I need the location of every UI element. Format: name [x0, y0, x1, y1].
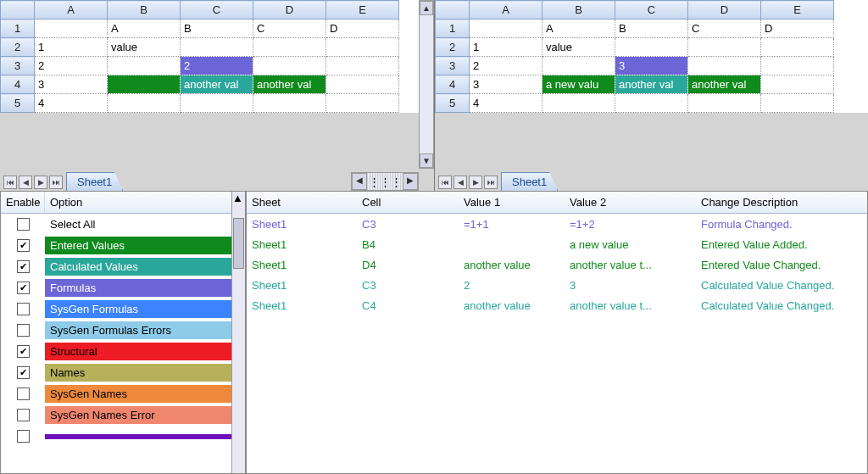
options-scrollbar[interactable]: ▲ — [231, 192, 245, 473]
options-col-enable[interactable]: Enable — [1, 192, 45, 213]
vertical-scrollbar[interactable]: ▲ ▼ — [419, 0, 434, 169]
option-checkbox[interactable]: ✔ — [17, 260, 30, 273]
options-col-option[interactable]: Option — [45, 192, 245, 213]
last-sheet-button[interactable]: ⏭ — [484, 176, 498, 189]
cell[interactable] — [761, 94, 834, 113]
cell[interactable]: value — [542, 38, 615, 57]
option-checkbox[interactable]: ✔ — [17, 239, 30, 252]
cell[interactable] — [35, 20, 108, 38]
option-row[interactable] — [1, 426, 245, 447]
cell[interactable] — [108, 75, 181, 94]
option-checkbox[interactable] — [17, 324, 30, 337]
cell[interactable]: 3 — [615, 57, 688, 75]
cell[interactable] — [108, 57, 181, 75]
cell[interactable] — [761, 75, 834, 94]
option-row[interactable]: Select All — [1, 214, 245, 235]
option-row[interactable]: ✔Entered Values — [1, 235, 245, 256]
cell[interactable]: 1 — [35, 38, 108, 57]
sheet-tab[interactable]: Sheet1 — [66, 172, 123, 191]
cell[interactable] — [542, 94, 615, 113]
col-sheet[interactable]: Sheet — [247, 192, 357, 213]
cell[interactable]: a new valu — [542, 75, 615, 94]
right-grid[interactable]: A B C D E 1 A B C D 2 1 value — [435, 0, 868, 113]
row-head[interactable]: 5 — [1, 94, 35, 113]
col-head-a[interactable]: A — [35, 1, 108, 20]
col-head-e[interactable]: E — [326, 1, 399, 20]
change-row[interactable]: Sheet1C4another valueanother value t...C… — [247, 295, 867, 315]
left-grid[interactable]: A B C D E 1 A B C D 2 1 value — [0, 0, 434, 113]
cell[interactable] — [615, 94, 688, 113]
cell[interactable] — [470, 20, 542, 38]
row-head[interactable]: 4 — [436, 75, 470, 94]
change-row[interactable]: Sheet1C3=1+1=1+2Formula Changed. — [247, 214, 867, 234]
option-checkbox[interactable]: ✔ — [17, 282, 30, 294]
cell[interactable] — [253, 38, 326, 57]
cell[interactable]: another val — [181, 75, 253, 94]
row-head[interactable]: 5 — [436, 94, 470, 113]
option-row[interactable]: ✔Formulas — [1, 277, 245, 298]
cell[interactable]: 2 — [470, 57, 542, 75]
row-head[interactable]: 1 — [436, 20, 470, 38]
col-head-d[interactable]: D — [688, 1, 761, 20]
corner[interactable] — [436, 1, 470, 20]
col-head-b[interactable]: B — [542, 1, 615, 20]
cell[interactable] — [761, 38, 834, 57]
cell[interactable] — [688, 38, 761, 57]
cell[interactable]: C — [253, 20, 326, 38]
option-checkbox[interactable] — [17, 303, 30, 315]
col-value2[interactable]: Value 2 — [565, 192, 696, 213]
cell[interactable] — [326, 94, 399, 113]
cell[interactable]: 4 — [35, 94, 108, 113]
col-head-e[interactable]: E — [761, 1, 834, 20]
cell[interactable]: B — [181, 20, 253, 38]
row-head[interactable]: 2 — [436, 38, 470, 57]
cell[interactable]: C — [688, 20, 761, 38]
col-value1[interactable]: Value 1 — [459, 192, 565, 213]
scroll-up-icon[interactable]: ▲ — [420, 1, 433, 15]
col-head-c[interactable]: C — [615, 1, 688, 20]
cell[interactable] — [326, 75, 399, 94]
cell[interactable] — [688, 94, 761, 113]
option-row[interactable]: ✔Structural — [1, 341, 245, 362]
scroll-left-icon[interactable]: ◀ — [352, 173, 367, 190]
cell[interactable] — [542, 57, 615, 75]
scroll-up-icon[interactable]: ▲ — [232, 192, 245, 204]
change-row[interactable]: Sheet1B4a new valueEntered Value Added. — [247, 234, 867, 254]
cell[interactable]: B — [615, 20, 688, 38]
cell[interactable] — [108, 94, 181, 113]
option-checkbox[interactable] — [17, 218, 30, 231]
cell[interactable] — [326, 38, 399, 57]
cell[interactable]: 3 — [470, 75, 542, 94]
option-checkbox[interactable]: ✔ — [17, 366, 30, 379]
cell[interactable]: A — [542, 20, 615, 38]
col-head-b[interactable]: B — [108, 1, 181, 20]
cell[interactable]: another val — [688, 75, 761, 94]
scroll-track[interactable]: ⋮⋮⋮ — [367, 173, 403, 190]
col-cell[interactable]: Cell — [357, 192, 459, 213]
row-head[interactable]: 3 — [1, 57, 35, 75]
next-sheet-button[interactable]: ▶ — [34, 176, 47, 189]
cell[interactable] — [253, 94, 326, 113]
cell[interactable]: 2 — [181, 57, 253, 75]
scroll-right-icon[interactable]: ▶ — [403, 173, 418, 190]
prev-sheet-button[interactable]: ◀ — [19, 176, 32, 189]
row-head[interactable]: 1 — [1, 20, 35, 38]
option-row[interactable]: SysGen Formulas Errors — [1, 320, 245, 341]
cell[interactable]: another val — [253, 75, 326, 94]
cell[interactable]: another val — [615, 75, 688, 94]
cell[interactable] — [326, 57, 399, 75]
cell[interactable]: D — [761, 20, 834, 38]
next-sheet-button[interactable]: ▶ — [469, 176, 482, 189]
col-head-c[interactable]: C — [181, 1, 253, 20]
cell[interactable] — [253, 57, 326, 75]
col-head-d[interactable]: D — [253, 1, 326, 20]
col-head-a[interactable]: A — [470, 1, 542, 20]
cell[interactable] — [688, 57, 761, 75]
option-checkbox[interactable] — [17, 409, 30, 421]
first-sheet-button[interactable]: ⏮ — [438, 176, 452, 189]
option-row[interactable]: SysGen Names — [1, 383, 245, 404]
cell[interactable]: D — [326, 20, 399, 38]
cell[interactable] — [761, 57, 834, 75]
horizontal-scrollbar[interactable]: ◀ ⋮⋮⋮ ▶ — [351, 172, 419, 191]
cell[interactable]: value — [108, 38, 181, 57]
